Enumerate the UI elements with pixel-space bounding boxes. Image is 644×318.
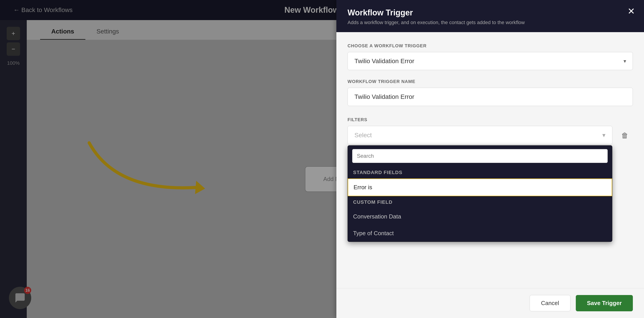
- trigger-name-label: WORKFLOW TRIGGER NAME: [348, 79, 633, 84]
- filter-chevron-icon: ▾: [602, 131, 606, 139]
- modal-subtitle: Adds a workflow trigger, and on executio…: [348, 20, 633, 26]
- filter-select-display[interactable]: Select ▾: [348, 126, 612, 144]
- trigger-name-input[interactable]: [348, 88, 633, 106]
- modal-footer: Cancel Save Trigger: [336, 288, 644, 318]
- custom-field-group-header: Custom Field: [348, 196, 612, 208]
- modal-overlay: Workflow Trigger Adds a workflow trigger…: [0, 0, 644, 318]
- dropdown-item-type-of-contact[interactable]: Type of Contact: [348, 225, 612, 242]
- modal-close-button[interactable]: ✕: [628, 7, 635, 16]
- filter-select-placeholder: Select: [354, 132, 372, 139]
- filter-dropdown-menu: Standard Fields Error is Custom Field Co…: [348, 145, 612, 242]
- filters-section: FILTERS Select ▾ Standard Fields: [348, 117, 633, 144]
- filter-select-wrapper: Select ▾ Standard Fields Error is Custom…: [348, 126, 612, 144]
- dropdown-search-input[interactable]: [352, 149, 608, 163]
- trigger-select-wrapper: Twilio Validation Error ▾: [348, 52, 633, 70]
- filter-delete-button[interactable]: 🗑: [617, 127, 633, 144]
- trigger-select[interactable]: Twilio Validation Error: [348, 52, 633, 70]
- save-trigger-button[interactable]: Save Trigger: [576, 295, 633, 311]
- modal-header: Workflow Trigger Adds a workflow trigger…: [336, 0, 644, 32]
- filters-label: FILTERS: [348, 117, 633, 122]
- dropdown-item-conversation-data[interactable]: Conversation Data: [348, 208, 612, 225]
- cancel-button[interactable]: Cancel: [530, 295, 570, 311]
- modal-body: CHOOSE A WORKFLOW TRIGGER Twilio Validat…: [336, 32, 644, 288]
- choose-trigger-label: CHOOSE A WORKFLOW TRIGGER: [348, 43, 633, 49]
- standard-fields-group-header: Standard Fields: [348, 166, 612, 179]
- modal-panel: Workflow Trigger Adds a workflow trigger…: [336, 0, 644, 318]
- dropdown-item-error-is[interactable]: Error is: [348, 179, 612, 196]
- filter-row: Select ▾ Standard Fields Error is Custom…: [348, 126, 633, 144]
- modal-title: Workflow Trigger: [348, 8, 633, 18]
